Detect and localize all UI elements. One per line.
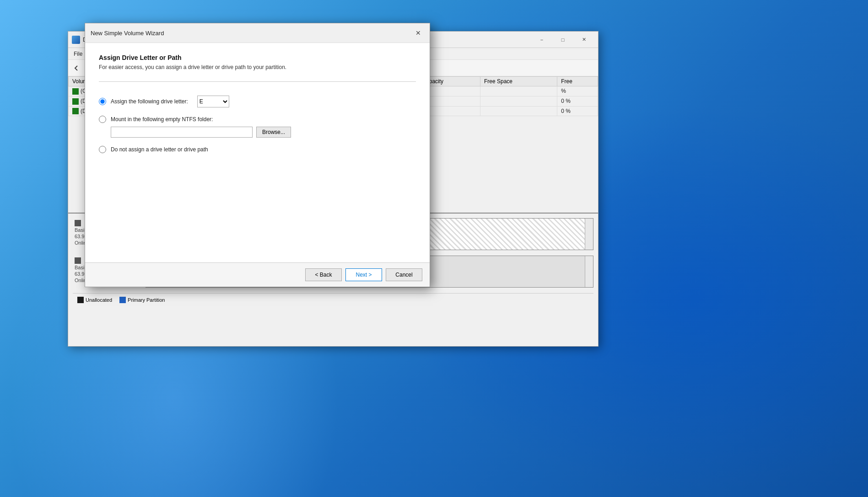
minimize-button[interactable]: −	[531, 33, 552, 47]
option-none-row: Do not assign a drive letter or drive pa…	[99, 146, 416, 153]
legend-bar: Unallocated Primary Partition	[73, 293, 593, 306]
option-ntfs-label: Mount in the following empty NTFS folder…	[111, 116, 213, 123]
wizard-body: Assign Drive Letter or Path For easier a…	[85, 43, 430, 262]
wizard-footer: < Back Next > Cancel	[85, 262, 430, 287]
option-ntfs-row: Mount in the following empty NTFS folder…	[99, 116, 416, 123]
col-free: Free Space	[480, 77, 557, 86]
free-0: %	[557, 86, 598, 96]
legend-primary: Primary Partition	[119, 297, 165, 303]
close-button[interactable]: ✕	[573, 33, 594, 47]
legend-label-primary: Primary Partition	[128, 297, 165, 303]
wizard-close-button[interactable]: ✕	[412, 27, 424, 39]
free-2: 0 %	[557, 106, 598, 116]
option-none-label: Do not assign a drive letter or drive pa…	[111, 146, 208, 153]
menu-file[interactable]: File	[70, 50, 86, 58]
legend-label-unalloc: Unallocated	[86, 297, 112, 303]
wizard-dialog: New Simple Volume Wizard ✕ Assign Drive …	[85, 23, 430, 287]
back-button[interactable]: < Back	[305, 268, 342, 281]
maximize-button[interactable]: □	[552, 33, 573, 47]
wizard-titlebar: New Simple Volume Wizard ✕	[85, 23, 430, 43]
option-letter-row: Assign the following drive letter: E F G…	[99, 96, 416, 107]
option-none-radio[interactable]	[99, 146, 106, 153]
disk-mgmt-icon	[72, 36, 80, 44]
next-button[interactable]: Next >	[345, 268, 382, 281]
col-pct-free: Free	[557, 77, 598, 86]
cancel-button[interactable]: Cancel	[386, 268, 422, 281]
disk0-scrollbar	[585, 219, 593, 250]
option-letter-radio[interactable]	[99, 98, 106, 105]
option-ntfs-radio[interactable]	[99, 116, 106, 123]
disk1-scrollbar	[585, 256, 593, 287]
wizard-separator	[99, 81, 416, 82]
free-1: 0 %	[557, 96, 598, 106]
radio-group: Assign the following drive letter: E F G…	[99, 91, 416, 158]
back-button[interactable]	[70, 62, 83, 75]
ntfs-folder-input[interactable]	[111, 127, 253, 138]
drive-letter-select[interactable]: E F G H	[197, 96, 229, 107]
window-controls: − □ ✕	[531, 33, 594, 47]
option-ntfs-group: Mount in the following empty NTFS folder…	[99, 116, 416, 138]
wizard-page-title: Assign Drive Letter or Path	[99, 54, 416, 61]
wizard-title: New Simple Volume Wizard	[91, 30, 412, 37]
legend-swatch-unalloc	[77, 297, 84, 303]
option-letter-label: Assign the following drive letter:	[111, 98, 188, 105]
legend-swatch-primary	[119, 297, 126, 303]
wizard-page-subtitle: For easier access, you can assign a driv…	[99, 64, 416, 70]
ntfs-input-row: Browse...	[111, 127, 416, 138]
browse-button[interactable]: Browse...	[256, 127, 291, 138]
legend-unallocated: Unallocated	[77, 297, 112, 303]
